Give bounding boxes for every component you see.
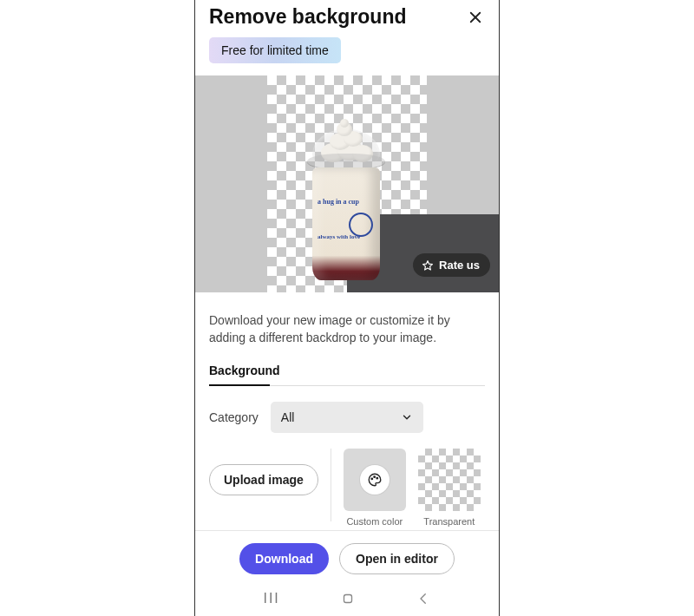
- close-icon: [468, 10, 483, 25]
- square-icon: [340, 591, 356, 606]
- category-row: Category All: [195, 386, 499, 433]
- svg-point-5: [376, 477, 378, 479]
- custom-color-label: Custom color: [346, 516, 403, 527]
- chevron-down-icon: [401, 411, 413, 423]
- download-button[interactable]: Download: [239, 543, 329, 574]
- star-icon: [422, 259, 434, 272]
- promo-badge: Free for limited time: [209, 37, 341, 63]
- svg-rect-6: [344, 595, 351, 603]
- open-in-editor-label: Open in editor: [356, 552, 438, 566]
- nav-recents-button[interactable]: III: [263, 591, 279, 606]
- preview-area: a hug in a cup always with love Rate us: [195, 75, 499, 292]
- rate-us-label: Rate us: [439, 259, 480, 272]
- svg-point-4: [374, 475, 376, 477]
- preview-image: a hug in a cup always with love: [267, 75, 427, 292]
- nav-home-button[interactable]: [340, 591, 356, 606]
- custom-color-swatch[interactable]: [344, 449, 406, 511]
- footer-actions: Download Open in editor: [195, 530, 499, 587]
- rate-us-button[interactable]: Rate us: [413, 253, 490, 277]
- upload-image-button[interactable]: Upload image: [209, 464, 318, 495]
- tab-row: Background: [195, 363, 499, 386]
- option-separator: [331, 449, 331, 521]
- cup-text-line2: always with love: [318, 233, 360, 240]
- close-button[interactable]: [466, 8, 485, 27]
- category-select[interactable]: All: [271, 402, 423, 433]
- palette-icon: [367, 472, 383, 488]
- chevron-left-icon: [416, 591, 431, 606]
- cup-text-line1: a hug in a cup: [318, 198, 359, 206]
- upload-image-label: Upload image: [224, 473, 304, 487]
- transparent-swatch[interactable]: [418, 449, 481, 511]
- open-in-editor-button[interactable]: Open in editor: [339, 543, 455, 574]
- description-text: Download your new image or customize it …: [195, 292, 499, 363]
- category-label: Category: [209, 410, 259, 424]
- header: Remove background: [195, 0, 499, 29]
- transparent-label: Transparent: [423, 516, 475, 527]
- app-panel: Remove background Free for limited time …: [194, 0, 500, 616]
- download-label: Download: [255, 552, 313, 566]
- nav-back-button[interactable]: [416, 591, 431, 606]
- option-transparent[interactable]: Transparent: [418, 449, 481, 527]
- tab-underline: [209, 385, 485, 386]
- option-custom-color[interactable]: Custom color: [344, 449, 406, 527]
- page-title: Remove background: [209, 5, 407, 29]
- svg-marker-2: [423, 260, 433, 269]
- system-nav-bar: III: [195, 587, 499, 616]
- category-selected-value: All: [281, 410, 295, 424]
- background-options: Upload image Custom color Transparent: [195, 433, 499, 527]
- tab-background[interactable]: Background: [209, 364, 280, 386]
- palette-circle: [360, 465, 390, 495]
- svg-point-3: [371, 478, 373, 480]
